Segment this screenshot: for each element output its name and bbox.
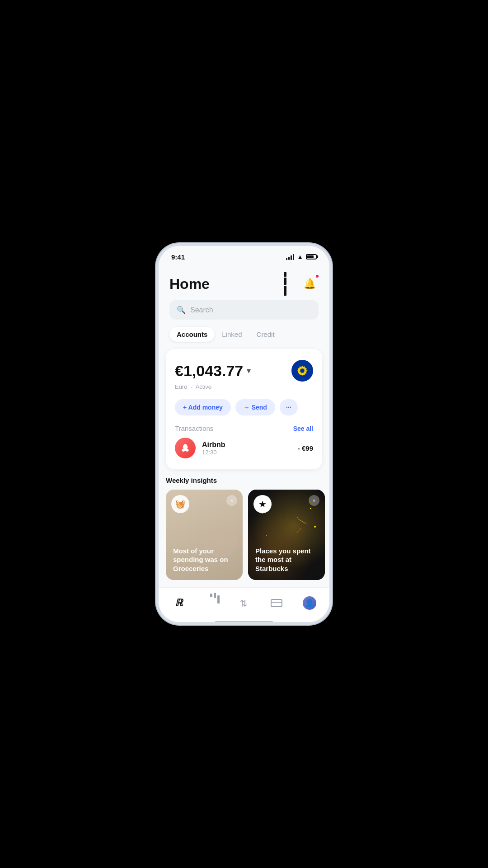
wifi-icon: ▲ xyxy=(297,253,303,260)
chart-icon xyxy=(284,272,286,296)
balance-row: €1,043.77 ▾ xyxy=(175,360,313,382)
currency-label: Euro xyxy=(175,383,187,390)
notification-dot xyxy=(315,274,319,278)
grocery-icon: 🧺 xyxy=(171,495,189,513)
revolut-logo: ℝ xyxy=(175,597,183,609)
home-pill xyxy=(215,622,273,623)
grocery-close-button[interactable]: × xyxy=(226,495,237,506)
insight-card-starbucks[interactable]: ★ × Places you spent the most at Starbuc… xyxy=(248,490,325,580)
insights-scroll: 🧺 × Most of your spending was on Groecer… xyxy=(159,490,329,587)
balance-chevron-icon: ▾ xyxy=(247,366,251,376)
nav-profile[interactable]: 👤 xyxy=(296,592,323,614)
airbnb-icon xyxy=(179,442,191,454)
search-bar[interactable]: 🔍 Search xyxy=(169,300,319,320)
tab-credit[interactable]: Credit xyxy=(249,327,282,342)
bell-icon: 🔔 xyxy=(304,278,316,290)
header-actions: 🔔 xyxy=(276,275,319,293)
battery-icon xyxy=(306,254,317,259)
tabs-row: Accounts Linked Credit xyxy=(169,327,319,342)
nav-analytics[interactable] xyxy=(198,592,225,614)
screen-content: Home 🔔 🔍 Search Accounts Linked xyxy=(159,268,329,622)
transaction-item[interactable]: Airbnb 12:30 - €99 xyxy=(175,438,313,458)
balance-value: €1,043.77 xyxy=(175,362,243,380)
search-placeholder: Search xyxy=(190,306,213,314)
tab-accounts[interactable]: Accounts xyxy=(169,327,215,342)
phone-frame: 9:41 ▲ Home 🔔 xyxy=(156,243,332,625)
status-bar: 9:41 ▲ xyxy=(159,246,329,268)
action-buttons: + Add money → Send ··· xyxy=(175,399,313,415)
transaction-info: Airbnb 12:30 xyxy=(202,441,291,456)
insights-title: Weekly insights xyxy=(159,476,329,490)
home-indicator xyxy=(159,618,329,622)
svg-point-0 xyxy=(293,362,311,380)
status-icons: ▲ xyxy=(286,253,317,260)
eu-flag-svg xyxy=(293,362,311,380)
nav-cards[interactable] xyxy=(263,592,290,614)
grocery-insight-text: Most of your spending was on Groeceries xyxy=(173,547,235,573)
nav-chart-icon xyxy=(210,594,212,613)
signal-icon xyxy=(286,254,294,260)
bottom-nav: ℝ ⇄ 👤 xyxy=(159,587,329,618)
nav-home[interactable]: ℝ xyxy=(165,592,192,614)
add-money-button[interactable]: + Add money xyxy=(175,399,231,415)
nav-avatar: 👤 xyxy=(303,596,316,610)
nav-transfer-icon: ⇄ xyxy=(239,599,249,607)
transactions-header: Transactions See all xyxy=(175,425,313,432)
analytics-icon-button[interactable] xyxy=(276,275,294,293)
notifications-button[interactable]: 🔔 xyxy=(300,275,319,293)
starbucks-icon: ★ xyxy=(253,495,272,513)
header: Home 🔔 xyxy=(159,268,329,297)
transaction-amount: - €99 xyxy=(298,444,313,452)
starbucks-insight-text: Places you spent the most at Starbucks xyxy=(255,547,318,573)
page-title: Home xyxy=(169,276,210,292)
transactions-title: Transactions xyxy=(175,425,213,432)
balance-amount[interactable]: €1,043.77 ▾ xyxy=(175,362,251,380)
airbnb-logo xyxy=(175,438,196,458)
see-all-button[interactable]: See all xyxy=(293,425,313,432)
account-status: Active xyxy=(196,383,211,390)
starbucks-close-button[interactable]: × xyxy=(309,495,319,506)
send-button[interactable]: → Send xyxy=(235,399,275,415)
nav-card-icon xyxy=(271,599,282,607)
search-icon: 🔍 xyxy=(177,306,186,314)
insight-card-grocery[interactable]: 🧺 × Most of your spending was on Groecer… xyxy=(166,490,243,580)
transaction-name: Airbnb xyxy=(202,441,291,449)
status-time: 9:41 xyxy=(171,253,185,261)
currency-flag xyxy=(291,360,313,382)
transaction-time: 12:30 xyxy=(202,449,291,456)
nav-transfers[interactable]: ⇄ xyxy=(230,592,258,614)
balance-subtitle: Euro · Active xyxy=(175,383,313,390)
tab-linked[interactable]: Linked xyxy=(215,327,249,342)
more-button[interactable]: ··· xyxy=(280,399,298,415)
account-card: €1,043.77 ▾ xyxy=(166,349,322,469)
